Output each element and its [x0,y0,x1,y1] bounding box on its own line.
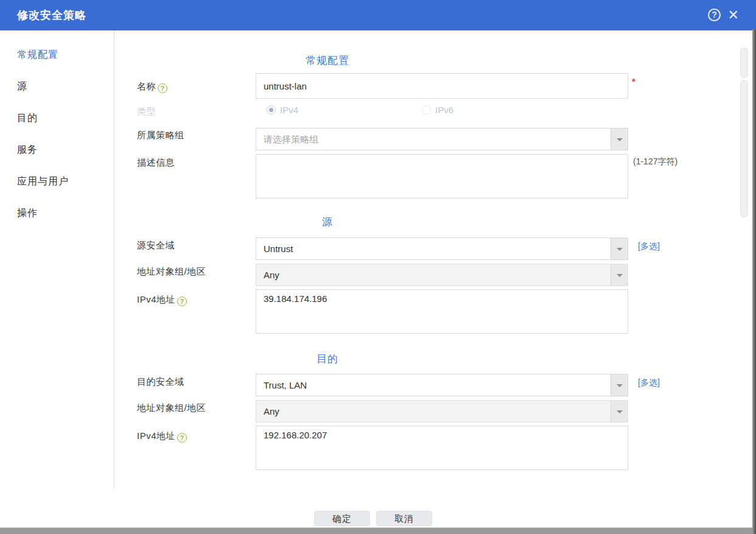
source-ipv4-textarea[interactable]: 39.184.174.196 [256,289,628,334]
destination-address-dropdown[interactable]: Any [256,400,628,423]
chevron-down-icon [617,248,623,254]
dialog-titlebar: 修改安全策略 ? ✕ [0,0,756,30]
section-title-destination: 目的 [114,352,541,366]
radio-ipv6-label: IPv6 [435,105,453,115]
modify-security-policy-dialog: 修改安全策略 ? ✕ 常规配置 源 目的 服务 应用与用户 操作 常规配置 名称… [0,0,756,534]
required-asterisk: * [632,76,635,86]
name-help-icon[interactable]: ? [158,83,167,93]
source-address-label: 地址对象组/地区 [137,266,206,278]
scrollbar-thumb[interactable] [740,80,748,217]
scrollbar-thumb-top[interactable] [740,47,748,78]
section-title-source: 源 [114,215,541,229]
chevron-down-icon [617,274,623,280]
description-hint: (1-127字符) [633,156,677,167]
form-content: 常规配置 名称? * 类型 IPv4 IPv6 所属策略组 请选择策略组 描述信… [114,30,752,527]
chevron-down-icon [617,410,623,416]
name-input[interactable] [256,73,628,99]
destination-zone-value: Trust, LAN [264,374,307,396]
sidebar-item-source[interactable]: 源 [0,71,113,102]
chevron-down-icon [617,384,623,390]
source-address-dropdown[interactable]: Any [256,264,628,286]
destination-zone-dropdown[interactable]: Trust, LAN [256,374,628,396]
sidebar-nav: 常规配置 源 目的 服务 应用与用户 操作 [0,39,113,229]
help-icon[interactable]: ? [708,9,721,21]
destination-address-label: 地址对象组/地区 [137,402,206,414]
source-ipv4-label: IPv4地址? [137,294,187,306]
sidebar-item-app-user[interactable]: 应用与用户 [0,166,113,197]
destination-zone-multi-select-link[interactable]: [多选] [638,378,660,388]
destination-zone-arrow-button[interactable] [611,374,628,396]
type-label: 类型 [137,106,156,118]
destination-ipv4-textarea[interactable]: 192.168.20.207 [256,426,628,470]
name-label: 名称? [137,81,167,93]
source-address-value: Any [264,264,279,286]
source-zone-label: 源安全域 [137,240,175,251]
section-title-general: 常规配置 [114,54,541,68]
sidebar-item-service[interactable]: 服务 [0,134,113,166]
description-textarea[interactable] [256,154,628,198]
policy-group-dropdown[interactable]: 请选择策略组 [256,128,628,150]
destination-ipv4-label: IPv4地址? [137,430,187,443]
radio-ipv4: IPv4 [267,105,298,115]
policy-group-arrow-button[interactable] [611,128,628,150]
radio-ipv4-icon [267,105,276,114]
radio-ipv6: IPv6 [422,105,453,115]
destination-ipv4-help-icon[interactable]: ? [177,433,187,443]
source-zone-arrow-button[interactable] [611,238,628,259]
source-zone-dropdown[interactable]: Untrust [256,237,628,260]
source-ipv4-help-icon[interactable]: ? [177,297,187,306]
window-right-edge [752,29,756,534]
sidebar-item-destination[interactable]: 目的 [0,102,113,134]
destination-address-value: Any [264,401,279,422]
policy-group-label: 所属策略组 [137,130,184,141]
cancel-button[interactable]: 取消 [376,511,432,526]
destination-address-arrow-button[interactable] [611,401,628,422]
radio-ipv6-icon [422,105,431,114]
policy-group-placeholder: 请选择策略组 [264,128,318,150]
ok-button[interactable]: 确定 [314,511,370,526]
close-icon[interactable]: ✕ [728,6,739,24]
description-label: 描述信息 [137,157,175,169]
source-zone-multi-select-link[interactable]: [多选] [638,241,660,252]
source-zone-value: Untrust [264,238,293,259]
chevron-down-icon [617,138,623,144]
dialog-title: 修改安全策略 [17,0,86,30]
destination-zone-label: 目的安全域 [137,376,184,388]
radio-ipv4-label: IPv4 [280,105,298,115]
sidebar-item-general[interactable]: 常规配置 [0,39,113,71]
window-bottom-edge [0,527,756,534]
sidebar-item-action[interactable]: 操作 [0,197,113,229]
source-address-arrow-button[interactable] [611,264,628,286]
